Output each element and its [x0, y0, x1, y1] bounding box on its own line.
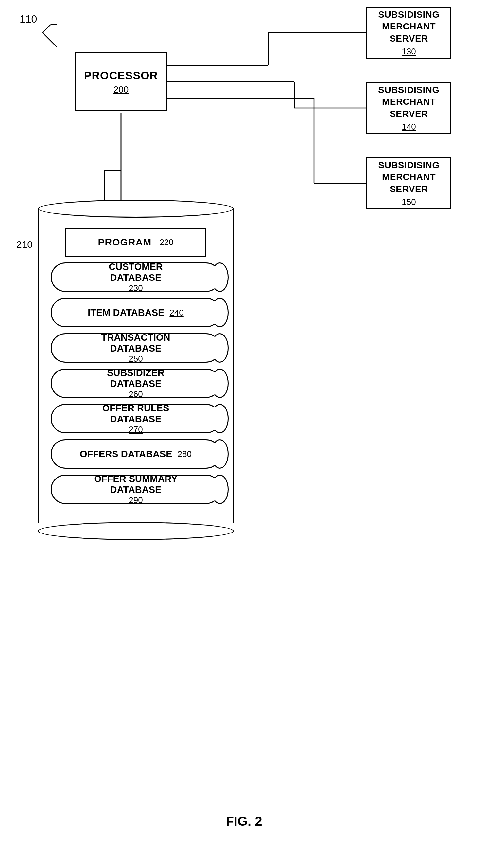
offer-rules-db-ref: 270 — [129, 425, 142, 435]
transaction-database-record: TRANSACTIONDATABASE 250 — [41, 333, 231, 363]
offer-rules-db-label: OFFER RULESDATABASE — [102, 403, 169, 425]
server-140-box: SUBSIDISINGMERCHANTSERVER 140 — [366, 82, 451, 134]
server-150-box: SUBSIDISINGMERCHANTSERVER 150 — [366, 157, 451, 210]
offer-summary-db-ref: 290 — [129, 495, 142, 505]
customer-database-record: CUSTOMERDATABASE 230 — [41, 262, 231, 292]
customer-db-ref: 230 — [129, 283, 142, 293]
system-label: 110 — [20, 13, 37, 25]
offer-rules-db-cap — [211, 404, 229, 433]
customer-db-cap — [211, 262, 229, 292]
server-140-ref: 140 — [402, 122, 416, 132]
server-140-label: SUBSIDISINGMERCHANTSERVER — [378, 84, 440, 120]
server-150-label: SUBSIDISINGMERCHANTSERVER — [378, 159, 440, 195]
program-record: PROGRAM 220 — [41, 228, 231, 257]
transaction-db-ref: 250 — [129, 354, 142, 364]
cylinder-body: PROGRAM 220 CUSTOMERDATABASE 230 — [38, 209, 234, 523]
item-db-ref: 240 — [169, 308, 184, 318]
offers-db-label: OFFERS DATABASE — [80, 449, 172, 460]
offers-db-ref: 280 — [177, 449, 192, 459]
server-130-label: SUBSIDISINGMERCHANTSERVER — [378, 9, 440, 44]
server-150-ref: 150 — [402, 197, 416, 207]
item-db-label: ITEM DATABASE — [88, 307, 164, 318]
processor-ref: 200 — [113, 85, 129, 95]
processor-box: PROCESSOR 200 — [75, 52, 167, 111]
subsidizer-db-ref: 260 — [129, 389, 142, 399]
cylinder-bottom-ellipse — [38, 522, 234, 540]
item-db-cap — [211, 298, 229, 327]
subsidizer-db-cap — [211, 369, 229, 398]
transaction-db-label: TRANSACTIONDATABASE — [101, 332, 170, 354]
offer-summary-database-record: OFFER SUMMARYDATABASE 290 — [41, 474, 231, 504]
cylinder-top-ellipse — [38, 200, 234, 218]
offers-db-cap — [211, 439, 229, 469]
transaction-db-cap — [211, 333, 229, 363]
diagram: 110 PROCESSOR 200 SUBSIDISINGMERCHANTSER… — [0, 0, 488, 868]
figure-caption: FIG. 2 — [226, 814, 262, 829]
storage-cylinder: PROGRAM 220 CUSTOMERDATABASE 230 — [28, 200, 244, 540]
processor-label: PROCESSOR — [84, 69, 158, 82]
customer-db-label: CUSTOMERDATABASE — [108, 261, 163, 283]
subsidizer-database-record: SUBSIDIZERDATABASE 260 — [41, 369, 231, 398]
subsidizer-db-label: SUBSIDIZERDATABASE — [107, 368, 165, 389]
server-130-box: SUBSIDISINGMERCHANTSERVER 130 — [366, 6, 451, 59]
server-130-ref: 130 — [402, 46, 416, 57]
item-database-record: ITEM DATABASE 240 — [41, 298, 231, 327]
program-ref: 220 — [159, 237, 173, 247]
offer-summary-db-label: OFFER SUMMARYDATABASE — [94, 474, 177, 495]
offers-database-record: OFFERS DATABASE 280 — [41, 439, 231, 469]
offer-rules-database-record: OFFER RULESDATABASE 270 — [41, 404, 231, 433]
program-label: PROGRAM — [98, 237, 152, 248]
offer-summary-db-cap — [211, 474, 229, 504]
